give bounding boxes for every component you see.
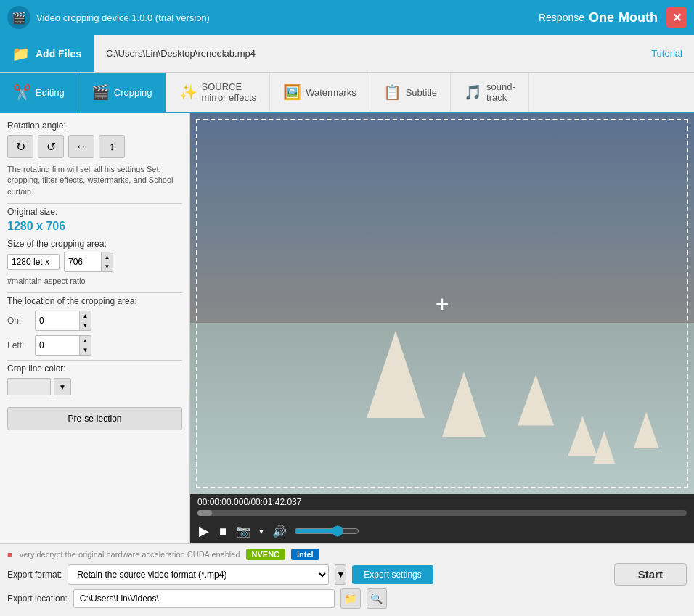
subtitle-icon: 📋 bbox=[383, 83, 401, 101]
mouth-label: Mouth bbox=[619, 10, 658, 25]
export-location-input[interactable] bbox=[73, 589, 335, 608]
height-up-button[interactable]: ▲ bbox=[101, 252, 113, 262]
browse-folder-button[interactable]: 📁 bbox=[340, 588, 361, 609]
export-format-select[interactable]: Retain the source video format (*.mp4) bbox=[68, 564, 329, 585]
tutorial-link[interactable]: Tutorial bbox=[640, 48, 694, 59]
camera-dropdown-button[interactable]: ▼ bbox=[258, 527, 265, 535]
tab-cropping-label: Cropping bbox=[114, 87, 152, 98]
left-spinner: ▲ ▼ bbox=[79, 336, 91, 355]
export-format-dropdown[interactable]: ▼ bbox=[335, 564, 346, 585]
color-row: ▼ bbox=[7, 378, 182, 395]
scissors-icon: ✂️ bbox=[13, 83, 31, 101]
crop-size-row: ▲ ▼ bbox=[7, 252, 182, 272]
camera-button[interactable]: 📷 bbox=[236, 525, 250, 538]
original-size-label: Original size: bbox=[7, 207, 182, 217]
source-icon: ✨ bbox=[179, 83, 197, 101]
height-down-button[interactable]: ▼ bbox=[101, 262, 113, 271]
color-dropdown-button[interactable]: ▼ bbox=[54, 378, 71, 395]
nvenc-label: NVENC bbox=[252, 550, 280, 559]
left-panel: Rotation angle: ↻ ↺ ↔ ↕ The rotating fil… bbox=[0, 113, 190, 543]
tab-watermarks[interactable]: 🖼️ Watermarks bbox=[270, 73, 370, 112]
left-down-button[interactable]: ▼ bbox=[79, 345, 91, 355]
on-label: On: bbox=[7, 316, 29, 326]
export-row: Export format: Retain the source video f… bbox=[7, 563, 687, 586]
ground-bg bbox=[190, 323, 694, 494]
nvidia-bar: ■ very decrypt the original hardware acc… bbox=[7, 549, 687, 560]
crop-width-wrap bbox=[7, 254, 60, 270]
left-label: Left: bbox=[7, 340, 29, 350]
on-up-button[interactable]: ▲ bbox=[79, 311, 91, 321]
controls-row: ▶ ■ 📷 ▼ 🔊 bbox=[197, 522, 687, 541]
location-row: Export location: 📁 🔍 bbox=[7, 588, 687, 609]
crop-width-input[interactable] bbox=[8, 255, 59, 269]
crop-size-label: Size of the cropping area: bbox=[7, 239, 182, 249]
video-controls: 00:00:00.000/00:01:42.037 ▶ ■ 📷 ▼ 🔊 bbox=[190, 494, 694, 543]
tab-source-label: SOURCEmirror effects bbox=[202, 81, 257, 103]
tab-editing[interactable]: ✂️ Editing bbox=[0, 73, 78, 112]
play-button[interactable]: ▶ bbox=[197, 522, 211, 541]
on-value-input[interactable] bbox=[36, 313, 79, 328]
left-value-input[interactable] bbox=[36, 338, 79, 353]
left-row: Left: ▲ ▼ bbox=[7, 335, 182, 356]
stop-button[interactable]: ■ bbox=[218, 522, 229, 541]
tab-cropping[interactable]: 🎬 Cropping bbox=[78, 73, 166, 112]
aspect-ratio-label: #maintain aspect ratio bbox=[7, 276, 182, 285]
watermarks-icon: 🖼️ bbox=[283, 83, 301, 101]
color-swatch[interactable] bbox=[7, 378, 51, 395]
tab-subtitle-label: Subtitle bbox=[406, 87, 437, 98]
left-input-wrap: ▲ ▼ bbox=[35, 335, 91, 356]
video-image: + bbox=[190, 113, 694, 494]
app-icon: 🎬 bbox=[7, 6, 30, 29]
cuda-dot: ■ bbox=[7, 550, 12, 559]
height-spinner: ▲ ▼ bbox=[101, 252, 113, 271]
flip-horizontal-button[interactable]: ↔ bbox=[68, 135, 94, 158]
bottom-bar: ■ very decrypt the original hardware acc… bbox=[0, 543, 694, 616]
on-down-button[interactable]: ▼ bbox=[79, 321, 91, 330]
rotation-angle-title: Rotation angle: bbox=[7, 120, 182, 131]
close-button[interactable]: ✕ bbox=[666, 7, 687, 28]
sound-icon: 🎵 bbox=[464, 83, 482, 101]
crop-height-input[interactable] bbox=[65, 255, 101, 269]
timecode: 00:00:00.000/00:01:42.037 bbox=[197, 497, 687, 507]
left-up-button[interactable]: ▲ bbox=[79, 336, 91, 345]
sky-bg bbox=[190, 113, 694, 323]
video-area: + 00:00:00.000/00:01:42.037 ▶ ■ 📷 ▼ 🔊 bbox=[190, 113, 694, 543]
tab-source[interactable]: ✨ SOURCEmirror effects bbox=[166, 73, 271, 112]
volume-slider[interactable] bbox=[294, 525, 359, 537]
video-frame[interactable]: + bbox=[190, 113, 694, 494]
location-title: The location of the cropping area: bbox=[7, 296, 182, 306]
export-settings-button[interactable]: Export settings bbox=[352, 565, 433, 584]
preselection-button[interactable]: Pre-se-lection bbox=[7, 407, 182, 430]
on-row: On: ▲ ▼ bbox=[7, 311, 182, 331]
rotate-cw-button[interactable]: ↻ bbox=[7, 135, 33, 158]
tab-watermarks-label: Watermarks bbox=[306, 87, 356, 98]
on-input-wrap: ▲ ▼ bbox=[35, 311, 91, 331]
export-format-label: Export format: bbox=[7, 570, 62, 580]
rotation-buttons: ↻ ↺ ↔ ↕ bbox=[7, 135, 182, 158]
cuda-text: very decrypt the original hardware accel… bbox=[20, 550, 240, 559]
tab-subtitle[interactable]: 📋 Subtitle bbox=[370, 73, 451, 112]
add-files-label: Add Files bbox=[36, 48, 81, 59]
crop-color-title: Crop line color: bbox=[7, 364, 182, 374]
intel-badge: intel bbox=[291, 549, 319, 560]
progress-bar[interactable] bbox=[197, 510, 687, 516]
volume-icon: 🔊 bbox=[272, 525, 287, 538]
export-location-label: Export location: bbox=[7, 594, 68, 604]
app-title: Video cropping device 1.0.0 (trial versi… bbox=[36, 12, 539, 23]
intel-label: intel bbox=[297, 550, 314, 559]
nvidia-badge: NVENC bbox=[246, 549, 286, 560]
flip-vertical-button[interactable]: ↕ bbox=[99, 135, 125, 158]
tab-sound[interactable]: 🎵 sound-track bbox=[451, 73, 529, 112]
search-button[interactable]: 🔍 bbox=[367, 588, 387, 609]
crop-height-wrap: ▲ ▼ bbox=[64, 252, 113, 272]
on-spinner: ▲ ▼ bbox=[79, 311, 91, 330]
rotate-ccw-button[interactable]: ↺ bbox=[38, 135, 64, 158]
toolbar: 📁 Add Files C:\Users\Lin\Desktop\reneela… bbox=[0, 35, 694, 73]
start-button[interactable]: Start bbox=[614, 563, 687, 586]
tab-editing-label: Editing bbox=[36, 87, 65, 98]
folder-icon: 📁 bbox=[12, 45, 30, 62]
titlebar: 🎬 Video cropping device 1.0.0 (trial ver… bbox=[0, 0, 694, 35]
one-label: One bbox=[589, 10, 614, 25]
add-files-button[interactable]: 📁 Add Files bbox=[0, 35, 94, 72]
response-label: Response bbox=[539, 12, 584, 23]
